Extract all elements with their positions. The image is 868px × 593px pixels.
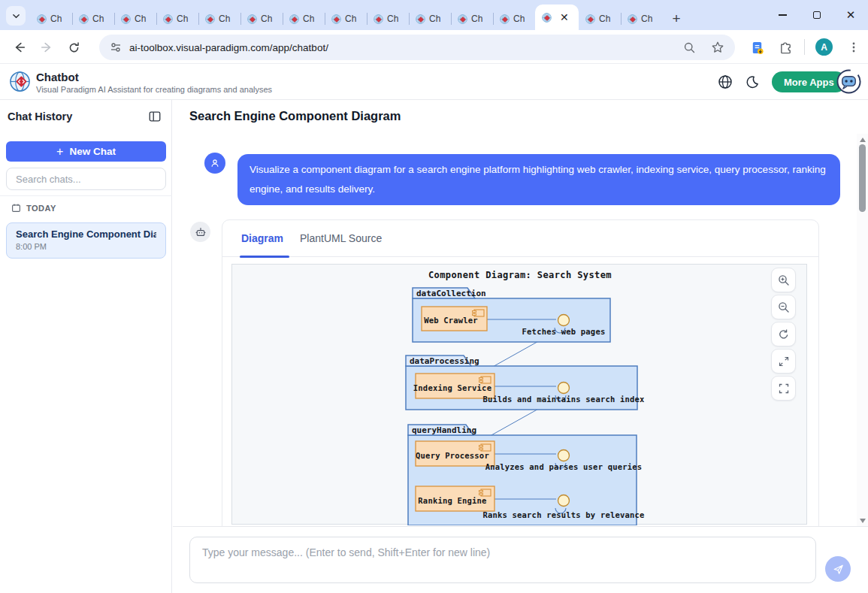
scrollbar-up-arrow[interactable] — [857, 134, 868, 145]
expand-button[interactable] — [771, 349, 796, 374]
browser-tab[interactable]: Ch — [621, 8, 663, 30]
chat-item-time: 8:00 PM — [16, 242, 156, 251]
send-button[interactable] — [825, 556, 851, 582]
chatbot-badge-icon[interactable] — [836, 68, 862, 95]
sidebar-section-today: TODAY — [11, 203, 56, 213]
chat-item-title: Search Engine Component Dia... — [16, 228, 156, 240]
more-apps-button[interactable]: More Apps — [772, 71, 846, 92]
tab-label: Ch — [513, 14, 525, 24]
tab-favicon-icon — [416, 14, 425, 24]
tab-close-icon[interactable]: ✕ — [560, 11, 569, 23]
bookmark-star-icon[interactable] — [711, 41, 724, 54]
tab-label: Ch — [177, 14, 188, 24]
browser-tab[interactable]: Ch — [409, 8, 451, 30]
reload-button[interactable] — [64, 38, 83, 57]
component-icon — [479, 377, 491, 383]
browser-tab[interactable]: Ch — [325, 8, 367, 30]
package-name: queryHandling — [412, 425, 476, 435]
package-name: dataCollection — [416, 289, 486, 298]
language-globe-icon[interactable] — [716, 73, 734, 91]
composer-divider — [173, 526, 868, 527]
browser-tab[interactable]: Ch — [114, 8, 156, 30]
search-chats-input[interactable] — [6, 168, 166, 190]
tab-label: Ch — [429, 14, 440, 24]
tab-diagram[interactable]: Diagram — [241, 232, 283, 244]
tab-favicon-icon — [500, 14, 510, 24]
tab-search-button[interactable] — [6, 6, 26, 26]
new-chat-button[interactable]: + New Chat — [6, 141, 166, 162]
url-text[interactable]: ai-toolbox.visual-paradigm.com/app/chatb… — [129, 42, 328, 53]
browser-tab[interactable]: Ch — [451, 8, 493, 30]
person-icon — [209, 157, 221, 169]
scrollbar-thumb[interactable] — [859, 144, 866, 212]
tab-plantuml-source[interactable]: PlantUML Source — [300, 232, 382, 244]
component-name: Web Crawler — [424, 316, 478, 325]
robot-icon — [195, 226, 207, 238]
diagram-canvas[interactable]: Component Diagram: Search System dataCol… — [231, 264, 807, 525]
browser-tab[interactable]: Ch — [30, 8, 72, 30]
sidebar-heading: Chat History — [8, 110, 72, 123]
tab-favicon-icon — [247, 14, 257, 24]
browser-tab[interactable]: Ch — [367, 8, 409, 30]
component-name: Indexing Service — [413, 383, 491, 392]
browser-profile-avatar[interactable]: A — [815, 38, 833, 56]
tab-favicon-icon — [585, 14, 595, 24]
zoom-out-button[interactable] — [771, 295, 796, 319]
address-bar[interactable]: ai-toolbox.visual-paradigm.com/app/chatb… — [99, 35, 735, 60]
forward-button[interactable] — [37, 38, 56, 57]
browser-tab[interactable]: Ch — [579, 8, 621, 30]
chat-scroll-area[interactable]: Visualize a component diagram for a sear… — [173, 134, 857, 526]
tab-favicon-icon — [37, 14, 47, 24]
window-minimize-button[interactable] — [765, 0, 800, 30]
sidebar-collapse-icon[interactable] — [148, 110, 163, 125]
interface-label: Ranks search results by relevance — [482, 510, 644, 519]
chevron-down-icon — [12, 12, 20, 20]
window-maximize-button[interactable] — [800, 0, 834, 30]
tab-favicon-icon — [542, 13, 552, 23]
browser-tab[interactable]: Ch — [72, 8, 114, 30]
extensions-icon[interactable] — [775, 37, 796, 58]
sidebar-divider — [0, 195, 172, 196]
plus-icon: + — [56, 145, 63, 159]
browser-tab[interactable]: Ch — [240, 8, 283, 30]
tab-label: Ch — [50, 14, 62, 24]
tab-favicon-icon — [163, 14, 173, 24]
tab-label: Ch — [92, 14, 104, 24]
new-tab-button[interactable]: + — [666, 8, 687, 30]
window-close-button[interactable]: ✕ — [833, 0, 868, 30]
browser-tab[interactable]: Ch — [198, 8, 240, 30]
chat-history-item[interactable]: Search Engine Component Dia... 8:00 PM — [6, 222, 166, 259]
tab-favicon-icon — [79, 14, 89, 24]
back-button[interactable] — [10, 38, 29, 57]
browser-tab-active[interactable]: ✕ — [535, 5, 579, 30]
dark-mode-moon-icon[interactable] — [743, 73, 761, 91]
tab-label: Ch — [471, 14, 482, 24]
tab-favicon-icon — [628, 14, 637, 24]
site-settings-icon[interactable] — [110, 41, 122, 53]
browser-tab[interactable]: Ch — [493, 8, 535, 30]
component-icon — [479, 444, 491, 451]
scrollbar-down-arrow[interactable] — [857, 515, 868, 526]
calendar-icon — [11, 203, 21, 213]
tab-favicon-icon — [374, 14, 383, 24]
tab-label: Ch — [219, 14, 230, 24]
interface-label: Fetches web pages — [522, 327, 606, 336]
tab-favicon-icon — [205, 14, 215, 24]
user-avatar — [204, 153, 225, 174]
page-zoom-icon[interactable] — [683, 41, 696, 54]
message-input[interactable] — [189, 537, 816, 583]
tab-favicon-icon — [289, 14, 299, 24]
chat-scrollbar[interactable] — [857, 134, 868, 526]
fullscreen-button[interactable] — [771, 376, 796, 401]
browser-tab[interactable]: Ch — [283, 8, 325, 30]
interface-label: Analyzes and parses user queries — [485, 462, 643, 471]
reset-view-button[interactable] — [771, 322, 796, 346]
user-message-bubble: Visualize a component diagram for a sear… — [237, 154, 840, 205]
reading-list-doc-icon[interactable] — [746, 37, 767, 58]
package-name: dataProcessing — [410, 356, 479, 366]
tab-label: Ch — [599, 14, 610, 24]
browser-tab[interactable]: Ch — [156, 8, 198, 30]
browser-menu-icon[interactable] — [843, 37, 864, 58]
zoom-in-button[interactable] — [771, 268, 796, 292]
card-tab-bar: Diagram PlantUML Source — [222, 220, 818, 257]
